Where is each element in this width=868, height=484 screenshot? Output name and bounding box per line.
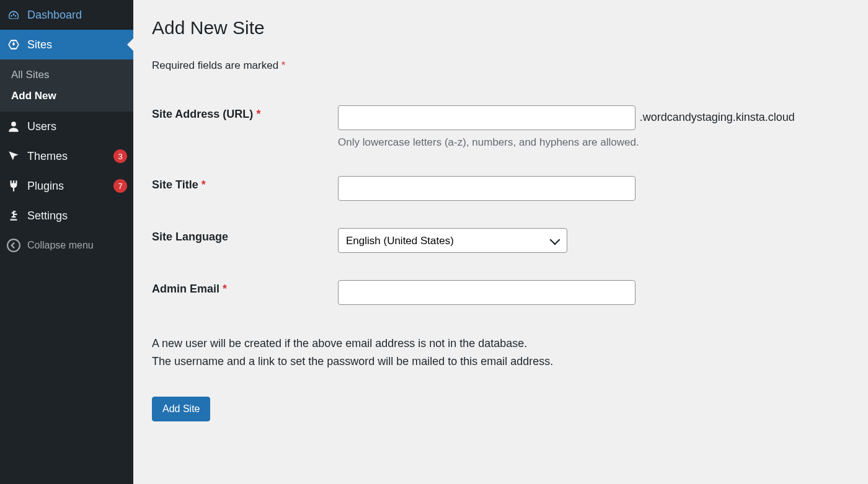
sidebar-item-label: Plugins: [27, 180, 106, 193]
sidebar-submenu-sites: All Sites Add New: [0, 59, 133, 112]
themes-badge: 3: [113, 149, 127, 163]
sidebar-item-users[interactable]: Users: [0, 112, 133, 141]
site-address-input[interactable]: [338, 105, 636, 130]
label-text: Site Address (URL): [152, 108, 253, 120]
label-text: Site Title: [152, 178, 198, 191]
required-note-text: Required fields are marked: [152, 59, 278, 71]
svg-point-0: [7, 239, 20, 252]
sidebar-item-label: Users: [27, 120, 127, 133]
settings-icon: [6, 208, 21, 223]
collapse-label: Collapse menu: [27, 240, 127, 251]
sidebar-item-label: Sites: [27, 38, 127, 51]
main-content: Add New Site Required fields are marked …: [133, 0, 868, 484]
required-star: *: [202, 178, 206, 191]
sidebar-item-dashboard[interactable]: Dashboard: [0, 0, 133, 30]
sidebar-item-label: Themes: [27, 150, 106, 163]
submenu-item-label: Add New: [11, 90, 56, 102]
dashboard-icon: [6, 7, 21, 22]
sidebar-item-sites[interactable]: Sites: [0, 30, 133, 59]
admin-email-input[interactable]: [338, 280, 636, 305]
form-table: Site Address (URL) * .wordcandystaging.k…: [152, 95, 856, 322]
site-language-select-wrap: English (United States): [338, 228, 567, 253]
sidebar-item-label: Settings: [27, 209, 127, 222]
sidebar-item-settings[interactable]: Settings: [0, 201, 133, 231]
add-site-button[interactable]: Add Site: [152, 397, 210, 421]
sidebar-item-label: Dashboard: [27, 9, 127, 22]
required-star: *: [223, 283, 227, 295]
users-icon: [6, 119, 21, 134]
info-line-1: A new user will be created if the above …: [152, 335, 856, 353]
sites-icon: [6, 37, 21, 52]
required-star: *: [281, 59, 286, 71]
required-note: Required fields are marked *: [152, 59, 856, 72]
domain-suffix: .wordcandystaging.kinsta.cloud: [640, 111, 795, 123]
submenu-item-all-sites[interactable]: All Sites: [0, 64, 133, 86]
admin-sidebar: Dashboard Sites All Sites Add New Users: [0, 0, 133, 484]
submenu-item-label: All Sites: [11, 69, 49, 81]
sidebar-item-themes[interactable]: Themes 3: [0, 141, 133, 171]
site-address-help: Only lowercase letters (a-z), numbers, a…: [338, 136, 849, 149]
required-star: *: [256, 108, 260, 120]
sidebar-item-collapse[interactable]: Collapse menu: [0, 231, 133, 260]
sidebar-item-plugins[interactable]: Plugins 7: [0, 171, 133, 201]
site-language-select[interactable]: English (United States): [338, 228, 567, 253]
plugins-icon: [6, 178, 21, 193]
plugins-badge: 7: [113, 179, 127, 193]
info-line-2: The username and a link to set the passw…: [152, 353, 856, 371]
info-block: A new user will be created if the above …: [152, 335, 856, 371]
collapse-icon: [6, 238, 21, 253]
label-text: Site Language: [152, 231, 228, 243]
page-title: Add New Site: [152, 17, 856, 38]
label-site-address: Site Address (URL) *: [152, 95, 338, 166]
label-site-language: Site Language: [152, 218, 338, 270]
themes-icon: [6, 149, 21, 164]
label-admin-email: Admin Email *: [152, 270, 338, 322]
label-site-title: Site Title *: [152, 166, 338, 218]
submenu-item-add-new[interactable]: Add New: [0, 86, 133, 107]
site-title-input[interactable]: [338, 176, 636, 201]
label-text: Admin Email: [152, 283, 219, 295]
